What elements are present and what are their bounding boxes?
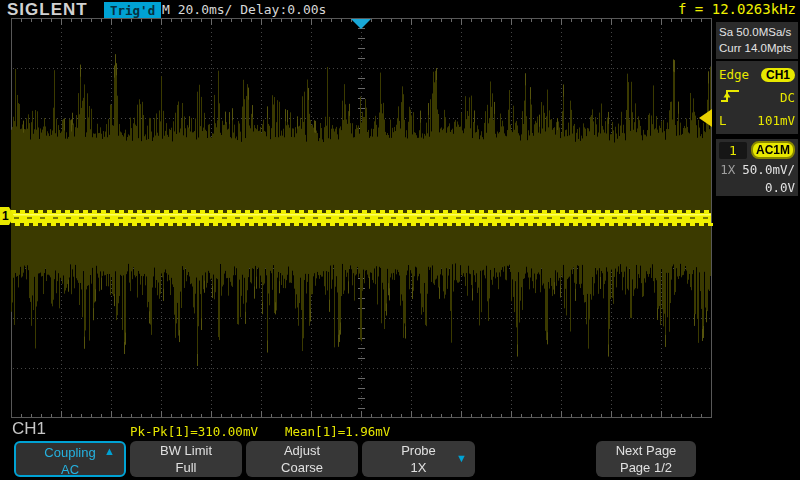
trigger-source-badge: CH1 bbox=[761, 68, 795, 82]
trigger-level-value: 101mV bbox=[757, 113, 795, 128]
active-channel-label: CH1 bbox=[12, 419, 46, 439]
memory-depth: Curr 14.0Mpts bbox=[719, 40, 795, 56]
timebase-readout[interactable]: M 20.0ms/ Delay:0.00s bbox=[162, 2, 326, 17]
adjust-button-value: Coarse bbox=[246, 459, 358, 476]
siglent-logo: SIGLENT bbox=[7, 0, 88, 20]
trigger-panel[interactable]: Edge CH1 DC L 101mV bbox=[716, 61, 798, 134]
channel-coupling-badge: AC1M bbox=[751, 141, 795, 159]
channel-number-badge: 1 bbox=[719, 142, 747, 159]
trigger-position-icon[interactable] bbox=[351, 19, 371, 29]
next-page-button[interactable]: Next Page Page 1/2 bbox=[596, 441, 696, 477]
vertical-scale: 50.0mV/ bbox=[742, 162, 795, 177]
bw-limit-button-value: Full bbox=[130, 459, 242, 476]
top-bar: SIGLENT Trig'd M 20.0ms/ Delay:0.00s f =… bbox=[0, 0, 800, 19]
adjust-button-title: Adjust bbox=[246, 442, 358, 459]
channel-panel[interactable]: 1 AC1M 1X 50.0mV/ 0.0V bbox=[716, 139, 798, 196]
up-arrow-icon: ▲ bbox=[104, 445, 115, 457]
down-arrow-icon: ▼ bbox=[456, 452, 467, 464]
frequency-readout: f = 12.0263kHz bbox=[678, 1, 796, 17]
rising-edge-icon bbox=[719, 87, 741, 108]
next-page-button-value: Page 1/2 bbox=[596, 459, 696, 476]
coupling-button-value: AC bbox=[16, 461, 124, 478]
trigger-level-icon[interactable] bbox=[699, 109, 712, 127]
trigger-type: Edge bbox=[719, 67, 749, 82]
trigger-coupling: DC bbox=[780, 90, 795, 105]
measurement-pkpk: Pk-Pk[1]=310.00mV bbox=[130, 424, 258, 439]
adjust-button[interactable]: Adjust Coarse bbox=[246, 441, 358, 477]
next-page-button-title: Next Page bbox=[596, 442, 696, 459]
bw-limit-button[interactable]: BW Limit Full bbox=[130, 441, 242, 477]
acquisition-panel: Sa 50.0MSa/s Curr 14.0Mpts bbox=[716, 22, 798, 59]
probe-attenuation: 1X bbox=[720, 162, 735, 177]
waveform-display bbox=[0, 18, 714, 432]
probe-button[interactable]: Probe 1X ▼ bbox=[362, 441, 475, 477]
bw-limit-button-title: BW Limit bbox=[130, 442, 242, 459]
sample-rate: Sa 50.0MSa/s bbox=[719, 24, 795, 40]
softkey-menu: Coupling AC ▲ BW Limit Full Adjust Coars… bbox=[0, 441, 800, 478]
vertical-offset: 0.0V bbox=[765, 180, 795, 195]
coupling-button[interactable]: Coupling AC ▲ bbox=[14, 441, 126, 477]
trigger-status-badge: Trig'd bbox=[104, 2, 161, 19]
measurement-mean: Mean[1]=1.96mV bbox=[285, 424, 390, 439]
trigger-level-label: L bbox=[719, 113, 727, 128]
